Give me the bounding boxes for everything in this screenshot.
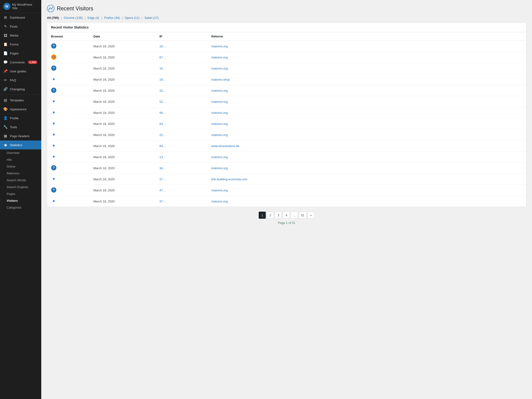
sidebar-item-label: Comments [10,61,25,64]
sidebar-sub-search-engines[interactable]: Search Engines [0,184,41,190]
filter-all[interactable]: All (765) [47,16,59,19]
svg-point-18 [53,112,55,114]
table-row: March 18, 2020 37… matomo.org [47,196,526,207]
cell-browser: ? [47,41,90,52]
sidebar-sub-online[interactable]: Online [0,163,41,170]
cell-date: March 18, 2020 [90,96,156,107]
cell-ip: 94… [156,107,208,118]
page-btn-1[interactable]: 1 [259,212,266,219]
filter-chrome[interactable]: Chrome (135) [64,16,82,19]
filter-safari[interactable]: Safari (17) [144,16,159,19]
cell-date: March 18, 2020 [90,107,156,118]
cell-ip: 10… [156,85,208,96]
sidebar-item-page-headers[interactable]: ▦ Page Headers [0,131,41,140]
page-btn-next[interactable]: » [308,212,315,219]
table-row: March 18, 2020 67… matomo.org [47,52,526,63]
page-btn-3[interactable]: 3 [275,212,282,219]
cell-browser [47,174,90,185]
page-headers-icon: ▦ [3,134,7,138]
svg-point-10 [53,78,55,80]
chrome-browser-icon [51,121,57,126]
sidebar-item-profile[interactable]: 👤 Profile [0,114,41,123]
faq-icon: ✏ [3,78,7,82]
sidebar-sub-visitors[interactable]: Visitors [0,197,41,204]
sidebar-sub-pages[interactable]: Pages [0,190,41,197]
table-row: ? March 18, 2020 16… matomo.org [47,41,526,52]
sidebar-sub-categories[interactable]: Categories [0,204,41,211]
sidebar-item-user-guides[interactable]: 📌 User guides [0,67,41,76]
sidebar-item-forms[interactable]: 📋 Forms [0,40,41,49]
stats-card-header: Recent Visitor Statistics [47,23,526,32]
sidebar-item-label: Statistics [10,143,22,147]
filter-edge[interactable]: Edge (4) [88,16,99,19]
svg-point-40 [53,200,55,202]
sidebar-item-label: Posts [10,25,18,28]
unknown-browser-icon: ? [51,87,57,93]
sidebar-item-changelog[interactable]: 🔗 Changelog [0,85,41,94]
sidebar-item-dashboard[interactable]: ⊞ Dashboard [0,13,41,22]
page-btn-dots[interactable]: ... [291,212,298,219]
svg-text:?: ? [53,44,55,48]
sidebar-item-templates[interactable]: ▤ Templates [0,96,41,105]
main-content: Recent Visitors All (765) | Chrome (135)… [41,0,532,399]
sidebar-item-pages[interactable]: 📄 Pages [0,49,41,58]
filter-opera[interactable]: Opera (11) [125,16,139,19]
page-btn-2[interactable]: 2 [267,212,274,219]
table-row: March 18, 2020 63… matomo.org [47,118,526,129]
firefox-browser-icon [51,54,57,60]
profile-icon: 👤 [3,116,7,120]
sidebar-item-label: Profile [10,116,19,120]
svg-point-27 [53,145,55,147]
col-header-ip: IP [156,32,208,41]
page-header: Recent Visitors [47,5,526,12]
cell-date: March 18, 2020 [90,174,156,185]
cell-referrer: matomo.shop [208,74,526,85]
filter-firefox[interactable]: Firefox (34) [104,16,120,19]
cell-ip: 63… [156,118,208,129]
unknown-browser-icon: ? [51,65,57,71]
cell-referrer: matomo.org [208,129,526,140]
cell-browser [47,118,90,129]
media-icon: 🖼 [3,33,7,37]
table-row: March 18, 2020 22… matomo.org [47,129,526,140]
sidebar-sub-search-words[interactable]: Search Words [0,177,41,184]
cell-ip: 10… [156,63,208,74]
sidebar-item-label: Tools [10,125,17,129]
page-btn-51[interactable]: 51 [299,212,306,219]
table-row: March 18, 2020 27… link-building-economy… [47,174,526,185]
sidebar-item-tools[interactable]: 🔧 Tools [0,123,41,131]
svg-text:?: ? [53,188,55,192]
cell-ip: 18… [156,74,208,85]
cell-date: March 18, 2020 [90,74,156,85]
sidebar-item-appearance[interactable]: 🎨 Appearance [0,105,41,114]
sidebar-item-statistics[interactable]: ◉ Statistics [0,140,41,150]
sidebar-item-faq[interactable]: ✏ FAQ [0,76,41,85]
sidebar-item-media[interactable]: 🖼 Media [0,31,41,40]
stats-table: Browser Date IP Referrer ? March 18, 202… [47,32,526,207]
sidebar-sub-referrers[interactable]: Referrers [0,170,41,177]
cell-browser: ? [47,163,90,174]
page-header-icon [47,5,54,12]
cell-ip: 27… [156,174,208,185]
sidebar-sub-hits[interactable]: Hits [0,156,41,163]
changelog-icon: 🔗 [3,87,7,91]
user-guides-icon: 📌 [3,69,7,73]
cell-ip: 47… [156,185,208,196]
cell-date: March 18, 2020 [90,118,156,129]
svg-text:?: ? [53,166,55,170]
svg-point-24 [53,134,55,136]
chrome-browser-icon [51,143,57,149]
svg-point-6 [53,56,54,58]
cell-date: March 18, 2020 [90,63,156,74]
sidebar-item-comments[interactable]: 💬 Comments 1,400 [0,58,41,67]
sidebar-item-label: Dashboard [10,16,25,19]
page-btn-4[interactable]: 4 [283,212,290,219]
cell-browser [47,74,90,85]
sidebar-item-posts[interactable]: ✎ Posts [0,22,41,31]
table-row: March 18, 2020 52… matomo.org [47,96,526,107]
statistics-icon: ◉ [3,143,7,147]
sidebar-sub-overview[interactable]: Overview [0,150,41,156]
cell-date: March 18, 2020 [90,185,156,196]
cell-browser: ? [47,63,90,74]
table-row: March 18, 2020 18… matomo.shop [47,74,526,85]
